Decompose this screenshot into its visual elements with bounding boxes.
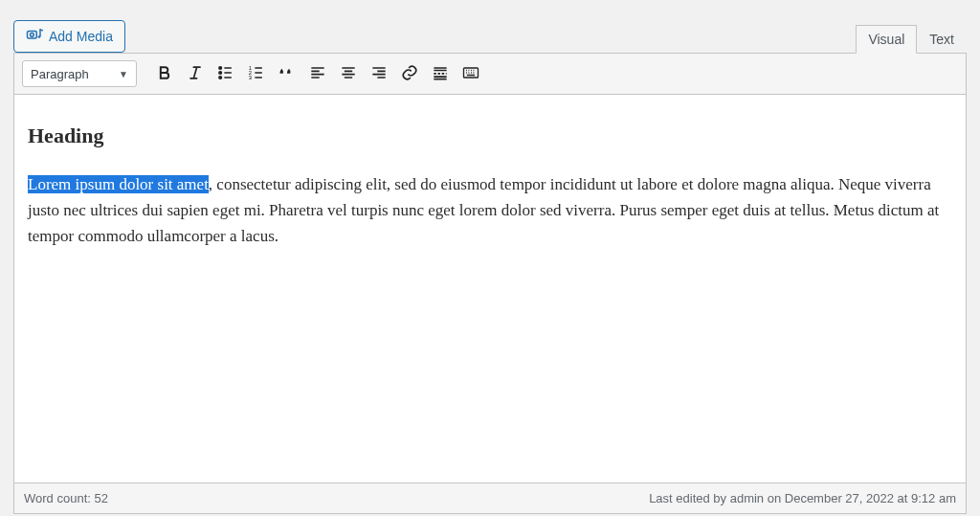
read-more-icon [431,63,450,85]
align-center-button[interactable] [334,59,363,88]
blockquote-button[interactable] [273,59,301,88]
editor-content[interactable]: Heading Lorem ipsum dolor sit amet, cons… [13,95,967,483]
svg-text:3: 3 [249,74,252,79]
bullet-list-icon [216,63,235,85]
link-icon [400,63,419,85]
svg-point-1 [31,33,34,36]
insert-link-button[interactable] [395,59,424,88]
keyboard-icon [461,63,480,85]
editor-toolbar: Paragraph ▼ 123 [13,53,967,95]
last-edited-text: Last edited by admin on December 27, 202… [649,491,956,505]
italic-icon [186,63,205,85]
content-paragraph[interactable]: Lorem ipsum dolor sit amet, consectetur … [28,171,952,250]
classic-editor: Add Media Visual Text Paragraph ▼ [0,0,980,516]
tab-visual[interactable]: Visual [856,25,917,54]
align-right-button[interactable] [365,59,393,88]
toolbar-toggle-button[interactable] [457,59,485,88]
bold-icon [155,63,174,85]
content-heading[interactable]: Heading [28,123,952,148]
editor-mode-tabs: Visual Text [856,21,967,53]
align-left-button[interactable] [303,59,332,88]
add-media-label: Add Media [49,30,113,43]
svg-point-2 [38,35,41,38]
selected-text[interactable]: Lorem ipsum dolor sit amet [28,175,209,193]
italic-button[interactable] [181,59,210,88]
svg-point-4 [219,71,222,74]
align-center-icon [339,63,358,85]
bold-button[interactable] [150,59,179,88]
tab-text[interactable]: Text [917,25,967,53]
editor-top-row: Add Media Visual Text [0,0,980,53]
numbered-list-icon: 123 [247,63,266,85]
align-left-icon [308,63,327,85]
svg-point-5 [219,76,222,79]
word-count: Word count: 52 [24,491,108,505]
svg-point-3 [219,66,222,69]
numbered-list-button[interactable]: 123 [242,59,271,88]
align-right-icon [369,63,389,85]
editor-status-bar: Word count: 52 Last edited by admin on D… [13,483,967,514]
read-more-button[interactable] [426,59,455,88]
format-select[interactable]: Paragraph ▼ [22,60,137,87]
bullet-list-button[interactable] [212,59,240,88]
word-count-value: 52 [94,491,107,505]
add-media-button[interactable]: Add Media [13,20,125,53]
blockquote-icon [278,63,297,85]
chevron-down-icon: ▼ [119,69,128,79]
format-select-value: Paragraph [31,67,89,81]
camera-music-icon [26,27,43,46]
word-count-label: Word count: [24,491,94,505]
